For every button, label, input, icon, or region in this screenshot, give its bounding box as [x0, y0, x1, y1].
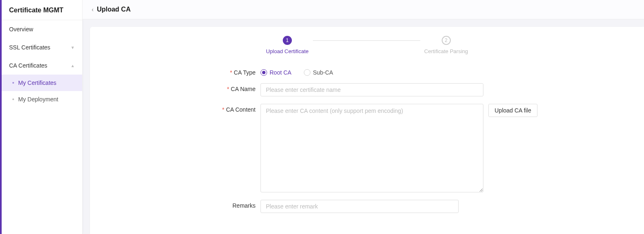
ca-type-radio-group: Root CA Sub-CA [260, 67, 333, 76]
radio-root-ca[interactable]: Root CA [260, 69, 291, 76]
row-ca-type: *CA Type Root CA Sub-CA [165, 67, 569, 76]
step-2-circle: 2 [442, 36, 451, 45]
row-ca-content: *CA Content Upload CA file [165, 104, 569, 192]
step-1-label: Upload Certificate [266, 48, 308, 54]
step-connector [313, 40, 420, 41]
back-chevron-icon[interactable]: ‹ [92, 6, 94, 13]
upload-ca-form: *CA Type Root CA Sub-CA [165, 67, 569, 213]
step-1: 1 Upload Certificate [266, 36, 308, 54]
nav-item-ca-certificates[interactable]: CA Certificates ▲ [2, 56, 82, 75]
required-asterisk: * [230, 69, 232, 76]
sub-item-my-deployment[interactable]: My Deployment [2, 91, 82, 108]
label-ca-name: *CA Name [165, 83, 256, 92]
sub-item-my-certificates[interactable]: My Certificates [2, 75, 82, 91]
sidebar-title: Certificate MGMT [2, 0, 82, 20]
row-remarks: Remarks [165, 200, 569, 213]
radio-sub-ca[interactable]: Sub-CA [304, 69, 333, 76]
required-asterisk: * [222, 106, 224, 113]
content-wrapper: 1 Upload Certificate 2 Certificate Parsi… [83, 19, 644, 234]
radio-circle-icon [304, 69, 310, 76]
page-header: ‹ Upload CA [83, 0, 644, 19]
sidebar: Certificate MGMT Overview SSL Certificat… [2, 0, 83, 234]
bullet-icon [12, 82, 14, 84]
stepper: 1 Upload Certificate 2 Certificate Parsi… [90, 36, 644, 54]
caret-up-icon: ▲ [71, 63, 75, 68]
sub-item-label: My Certificates [18, 80, 57, 86]
nav-item-label: CA Certificates [9, 62, 47, 69]
upload-ca-file-button[interactable]: Upload CA file [488, 104, 537, 117]
sub-item-label: My Deployment [18, 96, 58, 103]
label-remarks: Remarks [165, 200, 256, 209]
row-ca-name: *CA Name [165, 83, 569, 96]
label-ca-type: *CA Type [165, 67, 256, 76]
page-title: Upload CA [97, 6, 131, 13]
nav-item-ssl-certificates[interactable]: SSL Certificates ▼ [2, 38, 82, 56]
step-2-label: Certificate Parsing [424, 48, 468, 54]
bullet-icon [12, 98, 14, 100]
form-card: 1 Upload Certificate 2 Certificate Parsi… [90, 27, 644, 234]
radio-label: Root CA [270, 69, 291, 76]
remarks-input[interactable] [260, 200, 459, 213]
ca-name-input[interactable] [260, 83, 483, 96]
step-2: 2 Certificate Parsing [424, 36, 468, 54]
caret-down-icon: ▼ [71, 45, 75, 50]
radio-circle-icon [260, 69, 267, 76]
nav-item-overview[interactable]: Overview [2, 20, 82, 38]
main-content: ‹ Upload CA 1 Upload Certificate 2 Certi… [83, 0, 644, 234]
step-1-circle: 1 [283, 36, 292, 45]
nav-item-label: SSL Certificates [9, 44, 50, 51]
radio-label: Sub-CA [313, 69, 333, 76]
required-asterisk: * [227, 86, 229, 92]
ca-content-textarea[interactable] [260, 104, 483, 192]
label-ca-content: *CA Content [165, 104, 256, 113]
nav-item-label: Overview [9, 26, 33, 33]
